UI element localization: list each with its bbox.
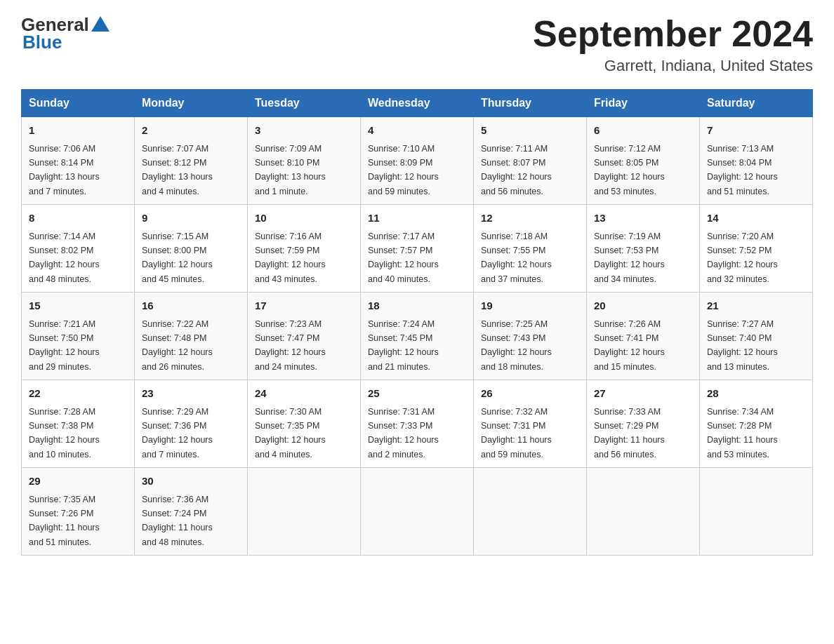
calendar-day-empty	[700, 468, 813, 556]
day-info: Sunrise: 7:27 AM Sunset: 7:40 PM Dayligh…	[707, 319, 778, 372]
day-number: 18	[368, 298, 466, 314]
calendar-week-row: 1Sunrise: 7:06 AM Sunset: 8:14 PM Daylig…	[22, 117, 813, 205]
calendar-day-15: 15Sunrise: 7:21 AM Sunset: 7:50 PM Dayli…	[22, 293, 135, 380]
col-header-tuesday: Tuesday	[248, 90, 361, 117]
calendar-week-row: 8Sunrise: 7:14 AM Sunset: 8:02 PM Daylig…	[22, 205, 813, 293]
day-number: 25	[368, 386, 466, 402]
day-info: Sunrise: 7:31 AM Sunset: 7:33 PM Dayligh…	[368, 407, 439, 459]
col-header-wednesday: Wednesday	[361, 90, 474, 117]
calendar-day-5: 5Sunrise: 7:11 AM Sunset: 8:07 PM Daylig…	[474, 117, 587, 205]
day-info: Sunrise: 7:32 AM Sunset: 7:31 PM Dayligh…	[481, 407, 552, 459]
col-header-saturday: Saturday	[700, 90, 813, 117]
day-info: Sunrise: 7:13 AM Sunset: 8:04 PM Dayligh…	[707, 144, 778, 196]
calendar-day-26: 26Sunrise: 7:32 AM Sunset: 7:31 PM Dayli…	[474, 380, 587, 468]
calendar-day-29: 29Sunrise: 7:35 AM Sunset: 7:26 PM Dayli…	[22, 468, 135, 556]
day-number: 26	[481, 386, 579, 402]
calendar-day-10: 10Sunrise: 7:16 AM Sunset: 7:59 PM Dayli…	[248, 205, 361, 293]
title-section: September 2024 Garrett, Indiana, United …	[533, 14, 813, 75]
day-number: 21	[707, 298, 805, 314]
day-number: 12	[481, 210, 579, 227]
day-info: Sunrise: 7:35 AM Sunset: 7:26 PM Dayligh…	[29, 495, 100, 547]
calendar-day-18: 18Sunrise: 7:24 AM Sunset: 7:45 PM Dayli…	[361, 293, 474, 380]
calendar-day-28: 28Sunrise: 7:34 AM Sunset: 7:28 PM Dayli…	[700, 380, 813, 468]
calendar-week-row: 29Sunrise: 7:35 AM Sunset: 7:26 PM Dayli…	[22, 468, 813, 556]
calendar-day-16: 16Sunrise: 7:22 AM Sunset: 7:48 PM Dayli…	[135, 293, 248, 380]
calendar-day-7: 7Sunrise: 7:13 AM Sunset: 8:04 PM Daylig…	[700, 117, 813, 205]
day-number: 20	[594, 298, 692, 314]
day-info: Sunrise: 7:17 AM Sunset: 7:57 PM Dayligh…	[368, 232, 439, 284]
calendar-day-9: 9Sunrise: 7:15 AM Sunset: 8:00 PM Daylig…	[135, 205, 248, 293]
day-number: 6	[594, 123, 692, 139]
day-number: 8	[29, 210, 127, 227]
day-number: 1	[29, 123, 127, 139]
location-title: Garrett, Indiana, United States	[533, 57, 813, 75]
day-info: Sunrise: 7:21 AM Sunset: 7:50 PM Dayligh…	[29, 319, 100, 372]
day-info: Sunrise: 7:33 AM Sunset: 7:29 PM Dayligh…	[594, 407, 665, 459]
day-number: 27	[594, 386, 692, 402]
day-info: Sunrise: 7:28 AM Sunset: 7:38 PM Dayligh…	[29, 407, 100, 459]
day-number: 16	[142, 298, 240, 314]
day-info: Sunrise: 7:19 AM Sunset: 7:53 PM Dayligh…	[594, 232, 665, 284]
calendar-day-8: 8Sunrise: 7:14 AM Sunset: 8:02 PM Daylig…	[22, 205, 135, 293]
calendar-day-22: 22Sunrise: 7:28 AM Sunset: 7:38 PM Dayli…	[22, 380, 135, 468]
day-info: Sunrise: 7:14 AM Sunset: 8:02 PM Dayligh…	[29, 232, 100, 284]
day-info: Sunrise: 7:29 AM Sunset: 7:36 PM Dayligh…	[142, 407, 213, 459]
col-header-thursday: Thursday	[474, 90, 587, 117]
calendar-day-empty	[361, 468, 474, 556]
calendar-day-14: 14Sunrise: 7:20 AM Sunset: 7:52 PM Dayli…	[700, 205, 813, 293]
day-number: 5	[481, 123, 579, 139]
day-number: 10	[255, 210, 353, 227]
col-header-monday: Monday	[135, 90, 248, 117]
day-info: Sunrise: 7:09 AM Sunset: 8:10 PM Dayligh…	[255, 144, 326, 196]
calendar-day-12: 12Sunrise: 7:18 AM Sunset: 7:55 PM Dayli…	[474, 205, 587, 293]
day-info: Sunrise: 7:24 AM Sunset: 7:45 PM Dayligh…	[368, 319, 439, 372]
day-info: Sunrise: 7:07 AM Sunset: 8:12 PM Dayligh…	[142, 144, 213, 196]
calendar-header-row: SundayMondayTuesdayWednesdayThursdayFrid…	[22, 90, 813, 117]
day-number: 22	[29, 386, 127, 402]
calendar-day-13: 13Sunrise: 7:19 AM Sunset: 7:53 PM Dayli…	[587, 205, 700, 293]
day-number: 23	[142, 386, 240, 402]
day-number: 14	[707, 210, 805, 227]
day-number: 29	[29, 474, 127, 490]
calendar-day-empty	[248, 468, 361, 556]
day-info: Sunrise: 7:10 AM Sunset: 8:09 PM Dayligh…	[368, 144, 439, 196]
day-info: Sunrise: 7:11 AM Sunset: 8:07 PM Dayligh…	[481, 144, 552, 196]
day-number: 28	[707, 386, 805, 402]
day-info: Sunrise: 7:12 AM Sunset: 8:05 PM Dayligh…	[594, 144, 665, 196]
calendar-day-17: 17Sunrise: 7:23 AM Sunset: 7:47 PM Dayli…	[248, 293, 361, 380]
day-number: 17	[255, 298, 353, 314]
day-info: Sunrise: 7:30 AM Sunset: 7:35 PM Dayligh…	[255, 407, 326, 459]
calendar-week-row: 22Sunrise: 7:28 AM Sunset: 7:38 PM Dayli…	[22, 380, 813, 468]
day-number: 13	[594, 210, 692, 227]
day-number: 11	[368, 210, 466, 227]
calendar-day-6: 6Sunrise: 7:12 AM Sunset: 8:05 PM Daylig…	[587, 117, 700, 205]
calendar-day-27: 27Sunrise: 7:33 AM Sunset: 7:29 PM Dayli…	[587, 380, 700, 468]
calendar-day-4: 4Sunrise: 7:10 AM Sunset: 8:09 PM Daylig…	[361, 117, 474, 205]
calendar-day-21: 21Sunrise: 7:27 AM Sunset: 7:40 PM Dayli…	[700, 293, 813, 380]
calendar-day-30: 30Sunrise: 7:36 AM Sunset: 7:24 PM Dayli…	[135, 468, 248, 556]
day-info: Sunrise: 7:16 AM Sunset: 7:59 PM Dayligh…	[255, 232, 326, 284]
day-number: 4	[368, 123, 466, 139]
day-number: 2	[142, 123, 240, 139]
day-info: Sunrise: 7:15 AM Sunset: 8:00 PM Dayligh…	[142, 232, 213, 284]
calendar-table: SundayMondayTuesdayWednesdayThursdayFrid…	[21, 89, 813, 556]
day-number: 7	[707, 123, 805, 139]
calendar-day-11: 11Sunrise: 7:17 AM Sunset: 7:57 PM Dayli…	[361, 205, 474, 293]
day-info: Sunrise: 7:26 AM Sunset: 7:41 PM Dayligh…	[594, 319, 665, 372]
day-info: Sunrise: 7:23 AM Sunset: 7:47 PM Dayligh…	[255, 319, 326, 372]
day-number: 9	[142, 210, 240, 227]
calendar-day-24: 24Sunrise: 7:30 AM Sunset: 7:35 PM Dayli…	[248, 380, 361, 468]
day-info: Sunrise: 7:18 AM Sunset: 7:55 PM Dayligh…	[481, 232, 552, 284]
day-info: Sunrise: 7:34 AM Sunset: 7:28 PM Dayligh…	[707, 407, 778, 459]
day-info: Sunrise: 7:25 AM Sunset: 7:43 PM Dayligh…	[481, 319, 552, 372]
day-number: 30	[142, 474, 240, 490]
calendar-day-25: 25Sunrise: 7:31 AM Sunset: 7:33 PM Dayli…	[361, 380, 474, 468]
day-number: 19	[481, 298, 579, 314]
calendar-day-1: 1Sunrise: 7:06 AM Sunset: 8:14 PM Daylig…	[22, 117, 135, 205]
calendar-day-19: 19Sunrise: 7:25 AM Sunset: 7:43 PM Dayli…	[474, 293, 587, 380]
logo-blue: Blue	[22, 32, 62, 53]
day-number: 24	[255, 386, 353, 402]
svg-marker-0	[91, 16, 110, 32]
calendar-day-3: 3Sunrise: 7:09 AM Sunset: 8:10 PM Daylig…	[248, 117, 361, 205]
day-number: 15	[29, 298, 127, 314]
